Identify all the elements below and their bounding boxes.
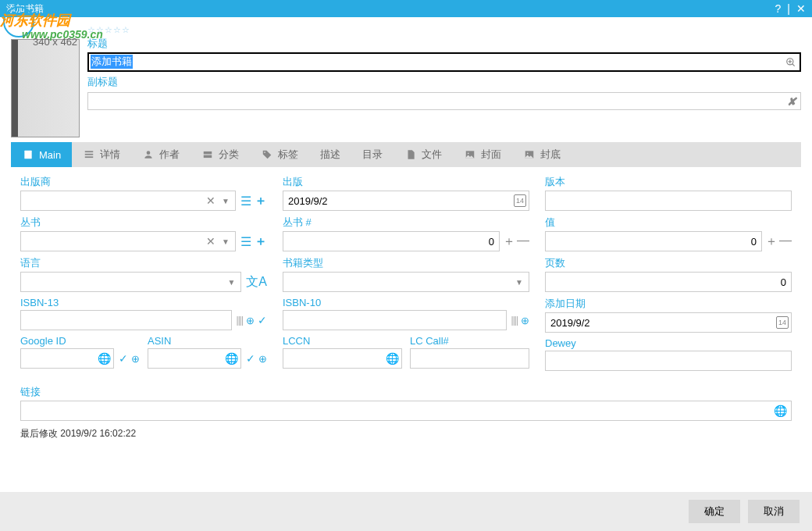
isbn13-input[interactable] xyxy=(20,310,232,330)
title-label: 标题 xyxy=(87,37,801,51)
help-icon[interactable]: ? xyxy=(775,2,782,15)
plus-icon[interactable]: ＋ xyxy=(255,193,267,209)
titlebar: 添加书籍 ? | ✕ xyxy=(0,0,812,17)
edition-label: 版本 xyxy=(545,175,792,189)
series-label: 丛书 xyxy=(20,216,267,230)
chevron-down-icon[interactable]: ▼ xyxy=(219,197,233,205)
added-input[interactable] xyxy=(545,312,792,333)
lccall-label: LC Call# xyxy=(410,335,529,347)
image-icon xyxy=(464,148,476,161)
svg-rect-6 xyxy=(85,154,94,155)
list-icon[interactable]: ☰ xyxy=(240,234,251,249)
plus-icon[interactable]: ＋ xyxy=(503,233,515,250)
list-icon[interactable]: ☰ xyxy=(240,194,251,208)
chevron-down-icon[interactable]: ▼ xyxy=(512,278,526,287)
tab-files[interactable]: 文件 xyxy=(394,142,453,167)
booktype-label: 书籍类型 xyxy=(283,256,529,270)
link-label: 链接 xyxy=(20,385,792,399)
published-label: 出版 xyxy=(283,175,529,189)
cover-thumbnail[interactable] xyxy=(11,39,80,137)
subtitle-pin-icon[interactable]: ✘ xyxy=(787,95,796,108)
image-icon xyxy=(523,148,536,161)
check-icon[interactable]: ✓ xyxy=(119,352,128,365)
lccall-input[interactable] xyxy=(410,348,529,369)
val-label: 值 xyxy=(545,216,792,230)
edition-input[interactable] xyxy=(545,191,792,211)
isbn13-label: ISBN-13 xyxy=(20,297,267,308)
ok-button[interactable]: 确定 xyxy=(689,500,740,523)
subtitle-label: 副标题 xyxy=(87,75,801,89)
svg-rect-9 xyxy=(204,151,212,155)
file-icon xyxy=(404,148,417,161)
tab-author[interactable]: 作者 xyxy=(131,142,191,167)
subtitle-input[interactable] xyxy=(87,92,801,110)
minus-icon[interactable]: — xyxy=(779,233,792,250)
globe-icon[interactable]: 🌐 xyxy=(774,404,787,417)
language-input[interactable] xyxy=(20,272,241,292)
person-icon xyxy=(142,148,155,161)
search-icon[interactable]: ⊕ xyxy=(246,315,255,326)
page-icon xyxy=(22,148,34,161)
pages-input[interactable] xyxy=(545,272,792,292)
search-icon[interactable]: ⊕ xyxy=(258,353,267,365)
calendar-icon[interactable]: 14 xyxy=(776,316,789,329)
globe-icon[interactable]: 🌐 xyxy=(386,352,399,365)
check-icon[interactable]: ✓ xyxy=(246,352,255,365)
svg-rect-7 xyxy=(85,156,94,158)
svg-line-1 xyxy=(792,64,795,66)
globe-icon[interactable]: 🌐 xyxy=(98,352,111,365)
svg-point-15 xyxy=(527,152,529,154)
dewey-label: Dewey xyxy=(545,337,792,349)
svg-rect-5 xyxy=(85,151,94,152)
tab-main[interactable]: Main xyxy=(11,142,72,167)
pages-label: 页数 xyxy=(545,256,792,270)
drawer-icon xyxy=(201,148,214,161)
tab-toc[interactable]: 目录 xyxy=(351,142,394,167)
tab-bar: Main 详情 作者 分类 标签 描述 目录 文件 封面 封底 xyxy=(11,142,801,167)
translate-icon[interactable]: 文A xyxy=(246,274,267,290)
plus-icon[interactable]: ＋ xyxy=(255,233,267,250)
val-input[interactable] xyxy=(545,231,762,251)
cancel-button[interactable]: 取消 xyxy=(748,500,800,523)
chevron-down-icon[interactable]: ▼ xyxy=(219,237,233,246)
title-input[interactable] xyxy=(87,52,801,72)
globe-icon[interactable]: 🌐 xyxy=(225,352,238,365)
svg-point-11 xyxy=(264,151,265,153)
calendar-icon[interactable]: 14 xyxy=(514,194,526,207)
publisher-label: 出版商 xyxy=(20,175,267,189)
asin-label: ASIN xyxy=(148,335,267,347)
tab-category[interactable]: 分类 xyxy=(191,142,250,167)
footer: 确定 取消 xyxy=(0,492,812,531)
lccn-input[interactable] xyxy=(283,348,402,369)
googleid-label: Google ID xyxy=(20,335,140,347)
tab-details[interactable]: 详情 xyxy=(72,142,131,167)
dewey-input[interactable] xyxy=(545,351,792,371)
seriesnum-input[interactable] xyxy=(283,231,500,251)
isbn10-label: ISBN-10 xyxy=(283,297,529,308)
tab-tags[interactable]: 标签 xyxy=(250,142,309,167)
tab-description[interactable]: 描述 xyxy=(309,142,351,167)
isbn10-input[interactable] xyxy=(283,310,507,330)
chevron-down-icon[interactable]: ▼ xyxy=(224,278,238,287)
list-icon xyxy=(83,148,95,161)
title-search-icon[interactable] xyxy=(785,56,796,69)
clear-icon[interactable]: ✕ xyxy=(203,235,219,248)
tab-cover[interactable]: 封面 xyxy=(453,142,512,167)
barcode-icon[interactable]: |||| xyxy=(237,315,243,326)
minus-icon[interactable]: — xyxy=(517,233,529,250)
booktype-input[interactable] xyxy=(283,272,529,292)
tab-backcover[interactable]: 封底 xyxy=(512,142,572,167)
rating-stars[interactable]: ☆☆☆☆☆ xyxy=(87,25,801,35)
clear-icon[interactable]: ✕ xyxy=(203,194,219,207)
svg-point-13 xyxy=(468,152,469,154)
search-icon[interactable]: ⊕ xyxy=(521,315,529,326)
close-icon[interactable]: ✕ xyxy=(796,2,806,15)
check-icon[interactable]: ✓ xyxy=(258,314,267,326)
added-label: 添加日期 xyxy=(545,297,792,311)
barcode-icon[interactable]: |||| xyxy=(511,315,518,326)
published-input[interactable] xyxy=(283,191,529,211)
search-icon[interactable]: ⊕ xyxy=(131,353,140,365)
link-input[interactable] xyxy=(20,401,792,421)
plus-icon[interactable]: ＋ xyxy=(765,233,778,250)
window-title: 添加书籍 xyxy=(6,2,44,16)
